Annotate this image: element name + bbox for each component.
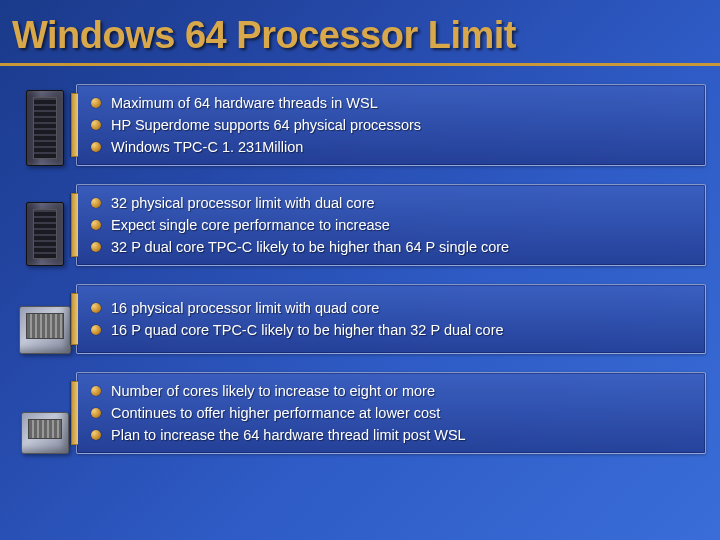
bullet: 32 physical processor limit with dual co… <box>91 194 691 212</box>
server-cube-icon <box>14 284 76 354</box>
bullet-text: Expect single core performance to increa… <box>111 216 390 234</box>
panel-2: 32 physical processor limit with dual co… <box>76 184 706 266</box>
bullet-text: Number of cores likely to increase to ei… <box>111 382 435 400</box>
bullet-text: Plan to increase the 64 hardware thread … <box>111 426 466 444</box>
bullet-text: HP Superdome supports 64 physical proces… <box>111 116 421 134</box>
bullet-icon <box>91 198 101 208</box>
bullet: Number of cores likely to increase to ei… <box>91 382 691 400</box>
bullet-icon <box>91 303 101 313</box>
panel-1: Maximum of 64 hardware threads in WSL HP… <box>76 84 706 166</box>
content-rows: Maximum of 64 hardware threads in WSL HP… <box>0 84 720 454</box>
panel-4: Number of cores likely to increase to ei… <box>76 372 706 454</box>
row-2: 32 physical processor limit with dual co… <box>14 184 706 266</box>
bullet: 32 P dual core TPC-C likely to be higher… <box>91 238 691 256</box>
bullet-icon <box>91 142 101 152</box>
bullet-icon <box>91 120 101 130</box>
bullet: HP Superdome supports 64 physical proces… <box>91 116 691 134</box>
server-rack-short-icon <box>14 184 76 266</box>
bullet-text: Maximum of 64 hardware threads in WSL <box>111 94 378 112</box>
bullet: Expect single core performance to increa… <box>91 216 691 234</box>
bullet-text: Continues to offer higher performance at… <box>111 404 440 422</box>
panel-3: 16 physical processor limit with quad co… <box>76 284 706 354</box>
bullet-icon <box>91 98 101 108</box>
bullet-icon <box>91 386 101 396</box>
bullet-icon <box>91 220 101 230</box>
row-3: 16 physical processor limit with quad co… <box>14 284 706 354</box>
bullet-text: Windows TPC-C 1. 231Million <box>111 138 303 156</box>
bullet-text: 16 physical processor limit with quad co… <box>111 299 379 317</box>
row-1: Maximum of 64 hardware threads in WSL HP… <box>14 84 706 166</box>
bullet: Continues to offer higher performance at… <box>91 404 691 422</box>
bullet-icon <box>91 325 101 335</box>
bullet-text: 16 P quad core TPC-C likely to be higher… <box>111 321 504 339</box>
bullet: Plan to increase the 64 hardware thread … <box>91 426 691 444</box>
slide-title: Windows 64 Processor Limit <box>0 0 720 66</box>
bullet: Maximum of 64 hardware threads in WSL <box>91 94 691 112</box>
bullet: 16 physical processor limit with quad co… <box>91 299 691 317</box>
bullet: Windows TPC-C 1. 231Million <box>91 138 691 156</box>
bullet-icon <box>91 242 101 252</box>
server-cube-small-icon <box>14 372 76 454</box>
bullet-icon <box>91 430 101 440</box>
bullet-text: 32 P dual core TPC-C likely to be higher… <box>111 238 509 256</box>
bullet-icon <box>91 408 101 418</box>
bullet: 16 P quad core TPC-C likely to be higher… <box>91 321 691 339</box>
server-rack-tall-icon <box>14 84 76 166</box>
bullet-text: 32 physical processor limit with dual co… <box>111 194 375 212</box>
row-4: Number of cores likely to increase to ei… <box>14 372 706 454</box>
